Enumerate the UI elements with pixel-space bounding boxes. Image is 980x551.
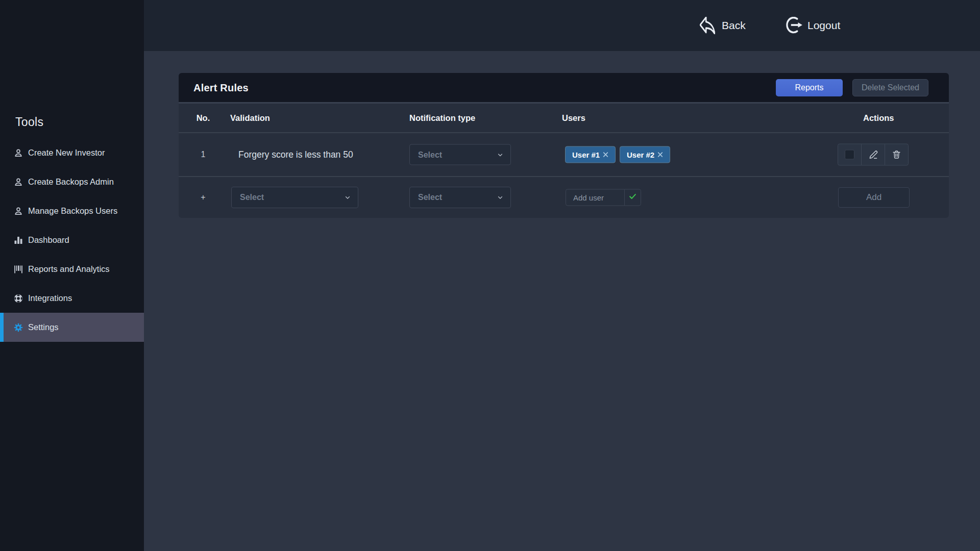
delete-selected-button[interactable]: Delete Selected — [852, 79, 928, 96]
sidebar-item-dashboard[interactable]: Dashboard — [0, 226, 144, 255]
sidebar-item-create-new-investor[interactable]: Create New Investor — [0, 138, 144, 167]
wheel-icon — [13, 293, 23, 304]
add-user-input[interactable]: Add user — [566, 190, 624, 206]
column-header-users: Users — [562, 113, 585, 123]
reports-button[interactable]: Reports — [776, 79, 843, 96]
column-header-validation: Validation — [230, 113, 270, 123]
chevron-down-icon — [344, 194, 351, 201]
add-rule-button[interactable]: Add — [838, 187, 910, 208]
main-content: Alert Rules Reports Delete Selected No. … — [144, 51, 980, 551]
notification-type-select[interactable]: Select — [409, 187, 511, 208]
user-icon — [13, 206, 23, 216]
user-chip[interactable]: User #2 — [620, 146, 670, 163]
back-button[interactable]: Back — [700, 0, 746, 51]
remove-user-icon[interactable] — [657, 152, 664, 158]
user-chip-label: User #2 — [627, 151, 654, 159]
logout-label: Logout — [807, 19, 840, 32]
barcode-icon — [13, 264, 23, 274]
row-number: 1 — [192, 150, 214, 159]
back-arrow-icon — [700, 17, 715, 34]
select-value: Select — [240, 193, 264, 202]
add-user-field: Add user — [566, 189, 641, 206]
user-icon — [13, 148, 23, 158]
edit-pencil-icon — [868, 149, 878, 160]
column-header-notification-type: Notification type — [409, 113, 475, 123]
logout-button[interactable]: Logout — [786, 0, 840, 51]
add-row-plus: + — [192, 193, 214, 202]
select-row-cell[interactable] — [838, 144, 861, 165]
edit-row-button[interactable] — [861, 144, 885, 165]
logout-icon — [786, 17, 803, 34]
sidebar-item-label: Integrations — [28, 293, 72, 303]
back-label: Back — [722, 19, 746, 32]
alert-rules-table: No. Validation Notification type Users A… — [179, 104, 949, 218]
sidebar-item-label: Dashboard — [28, 235, 69, 245]
sidebar-item-label: Create Backops Admin — [28, 177, 114, 187]
sidebar-title: Tools — [15, 115, 43, 129]
validation-text: Forgery score is less than 50 — [238, 149, 353, 160]
user-chip[interactable]: User #1 — [565, 146, 616, 163]
sidebar: Tools Create New Investor Create Backops… — [0, 0, 144, 551]
column-header-actions: Actions — [863, 113, 894, 123]
user-chip-label: User #1 — [572, 151, 600, 159]
sidebar-item-manage-backops-users[interactable]: Manage Backops Users — [0, 196, 144, 226]
trash-icon — [892, 150, 901, 160]
select-value: Select — [418, 193, 442, 202]
check-icon — [628, 192, 637, 203]
alert-rules-panel: Alert Rules Reports Delete Selected No. … — [179, 73, 949, 218]
sidebar-item-label: Settings — [28, 322, 59, 332]
select-value: Select — [418, 150, 442, 159]
sidebar-item-settings[interactable]: Settings — [0, 313, 144, 342]
row-checkbox[interactable] — [845, 150, 854, 160]
topbar: Back Logout — [144, 0, 980, 51]
delete-row-button[interactable] — [885, 144, 908, 165]
sidebar-item-label: Create New Investor — [28, 148, 105, 158]
users-cell: User #1 User #2 — [565, 146, 670, 163]
table-header-row: No. Validation Notification type Users A… — [179, 104, 949, 132]
sidebar-item-label: Reports and Analytics — [28, 264, 110, 274]
table-row: 1 Forgery score is less than 50 Select U… — [179, 133, 949, 176]
sidebar-item-reports-and-analytics[interactable]: Reports and Analytics — [0, 255, 144, 284]
sidebar-item-label: Manage Backops Users — [28, 206, 117, 216]
add-rule-row: + Select Select Add user — [179, 177, 949, 218]
remove-user-icon[interactable] — [602, 152, 609, 158]
confirm-user-button[interactable] — [624, 190, 641, 206]
panel-title: Alert Rules — [193, 82, 249, 93]
validation-select[interactable]: Select — [231, 187, 358, 208]
column-header-no: No. — [192, 113, 214, 123]
sidebar-item-integrations[interactable]: Integrations — [0, 284, 144, 313]
sidebar-menu: Create New Investor Create Backops Admin… — [0, 138, 144, 342]
gear-icon — [13, 322, 23, 333]
panel-header: Alert Rules Reports Delete Selected — [179, 73, 949, 102]
chevron-down-icon — [497, 151, 504, 158]
bar-chart-icon — [13, 235, 23, 245]
notification-type-select[interactable]: Select — [409, 144, 511, 165]
user-icon — [13, 177, 23, 187]
sidebar-item-create-backops-admin[interactable]: Create Backops Admin — [0, 167, 144, 196]
row-actions — [838, 144, 909, 166]
chevron-down-icon — [497, 194, 504, 201]
